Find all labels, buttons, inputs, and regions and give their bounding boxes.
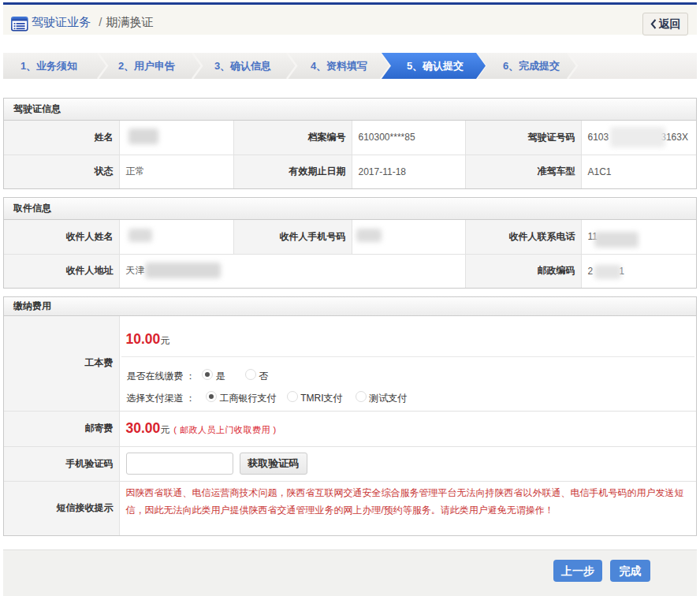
svg-text:3、确认信息: 3、确认信息 xyxy=(214,60,271,72)
svg-text:4、资料填写: 4、资料填写 xyxy=(311,60,367,72)
svg-text:5、确认提交: 5、确认提交 xyxy=(407,60,464,72)
svg-text:6、完成提交: 6、完成提交 xyxy=(503,60,560,72)
svg-text:1、业务须知: 1、业务须知 xyxy=(20,60,77,72)
svg-text:2、用户申告: 2、用户申告 xyxy=(118,60,175,72)
